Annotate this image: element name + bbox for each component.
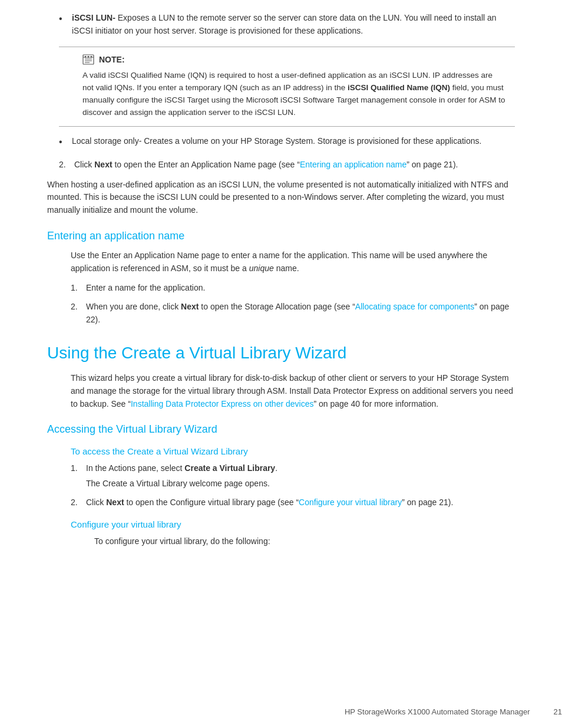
accessing-step-2-text: Click Next to open the Configure virtual… bbox=[86, 496, 453, 509]
section-heading-entering-app-name: Entering an application name bbox=[47, 230, 515, 242]
section-heading-virtual-library-wizard: Using the Create a Virtual Library Wizar… bbox=[47, 344, 515, 363]
accessing-step-2: 2. Click Next to open the Configure virt… bbox=[47, 496, 515, 509]
link-allocating-space[interactable]: Allocating space for components bbox=[355, 302, 474, 311]
footer-title: HP StorageWorks X1000 Automated Storage … bbox=[0, 707, 542, 716]
bullet-dot-1: • bbox=[59, 12, 68, 37]
entering-app-description: Use the Enter an Application Name page t… bbox=[47, 249, 515, 275]
page-footer: HP StorageWorks X1000 Automated Storage … bbox=[0, 707, 562, 716]
bullet-local-storage: • Local storage only- Creates a volume o… bbox=[47, 135, 515, 149]
entering-step-1-text: Enter a name for the application. bbox=[86, 282, 205, 295]
entering-step-2-text: When you are done, click Next to open th… bbox=[86, 301, 515, 326]
entering-step-num-2: 2. bbox=[71, 301, 86, 326]
accessing-step-1-subtext: The Create a Virtual Library welcome pag… bbox=[86, 477, 277, 490]
note-label: NOTE: bbox=[99, 55, 125, 64]
configure-intro-text: To configure your virtual library, do th… bbox=[47, 535, 515, 548]
note-text: A valid iSCSI Qualified Name (IQN) is re… bbox=[82, 70, 505, 119]
note-header: NOTE: bbox=[82, 54, 505, 65]
step-number-2: 2. bbox=[59, 159, 74, 172]
entering-app-step-1: 1. Enter a name for the application. bbox=[47, 282, 515, 295]
bullet-dot-2: • bbox=[59, 135, 68, 149]
entering-step-num-1: 1. bbox=[71, 282, 86, 295]
numbered-step-2: 2. Click Next to open the Enter an Appli… bbox=[47, 159, 515, 172]
section-subheading-access-create-wizard: To access the Create a Virtual Wizard Li… bbox=[47, 446, 515, 456]
footer-page-number: 21 bbox=[542, 707, 562, 716]
para-ntfs-warning: When hosting a user-defined application … bbox=[47, 179, 515, 217]
link-installing-data-protector[interactable]: Installing Data Protector Express on oth… bbox=[131, 399, 314, 409]
section-subheading-configure-virtual-library: Configure your virtual library bbox=[47, 519, 515, 529]
accessing-step-1: 1. In the Actions pane, select Create a … bbox=[47, 462, 515, 490]
link-entering-app-name[interactable]: Entering an application name bbox=[300, 160, 406, 169]
link-configure-virtual-library[interactable]: Configure your virtual library bbox=[299, 498, 402, 507]
note-icon bbox=[82, 54, 94, 65]
bullet-local-storage-text: Local storage only- Creates a volume on … bbox=[72, 135, 481, 149]
virtual-library-description: This wizard helps you create a virtual l… bbox=[47, 372, 515, 410]
accessing-step-num-1: 1. bbox=[71, 462, 86, 490]
svg-rect-4 bbox=[91, 56, 92, 58]
bullet-iscsi-lun: • iSCSI LUN- Exposes a LUN to the remote… bbox=[47, 12, 515, 37]
section-heading-accessing-virtual-library: Accessing the Virtual Library Wizard bbox=[47, 423, 515, 436]
entering-app-step-2: 2. When you are done, click Next to open… bbox=[47, 301, 515, 326]
accessing-step-1-text: In the Actions pane, select Create a Vir… bbox=[86, 463, 277, 473]
step-2-text: Click Next to open the Enter an Applicat… bbox=[74, 159, 458, 172]
bullet-iscsi-lun-text: iSCSI LUN- Exposes a LUN to the remote s… bbox=[72, 12, 515, 37]
svg-rect-2 bbox=[85, 56, 86, 58]
svg-rect-3 bbox=[88, 56, 89, 58]
accessing-step-num-2: 2. bbox=[71, 496, 86, 509]
note-box: NOTE: A valid iSCSI Qualified Name (IQN)… bbox=[59, 47, 515, 127]
